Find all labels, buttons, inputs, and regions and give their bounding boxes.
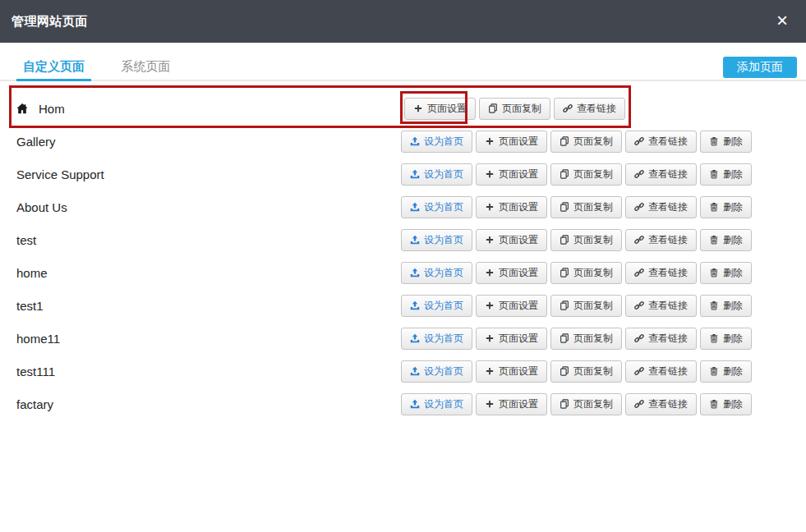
set-home-button[interactable]: 设为首页 — [401, 163, 472, 186]
delete-button[interactable]: 删除 — [700, 360, 752, 383]
page-copy-button[interactable]: 页面复制 — [550, 131, 622, 153]
page-settings-button[interactable]: 页面设置 — [476, 196, 547, 218]
button-label: 页面设置 — [499, 200, 538, 214]
upload-icon — [410, 366, 420, 376]
page-row-name: test1 — [0, 299, 44, 313]
upload-icon — [410, 399, 420, 409]
page-copy-button[interactable]: 页面复制 — [550, 229, 622, 251]
link-icon — [634, 202, 644, 212]
button-label: 删除 — [723, 233, 743, 247]
copy-icon — [560, 202, 569, 212]
page-row-actions: 设为首页页面设置页面复制查看链接删除 — [401, 190, 752, 223]
page-row: test 设为首页页面设置页面复制查看链接删除 — [0, 223, 806, 256]
upload-icon — [410, 300, 420, 310]
page-copy-button[interactable]: 页面复制 — [550, 295, 622, 317]
add-page-button[interactable]: 添加页面 — [723, 57, 797, 78]
page-settings-button[interactable]: 页面设置 — [476, 229, 547, 251]
page-row-name: test — [0, 233, 36, 247]
page-name: test1 — [16, 299, 44, 313]
delete-button[interactable]: 删除 — [700, 229, 752, 251]
page-settings-button[interactable]: 页面设置 — [476, 295, 547, 317]
page-row-actions: 设为首页页面设置页面复制查看链接删除 — [401, 158, 752, 190]
copy-icon — [560, 136, 569, 146]
view-link-button[interactable]: 查看链接 — [625, 163, 697, 186]
trash-icon — [709, 268, 719, 277]
tab-custom-pages[interactable]: 自定义页面 — [16, 56, 91, 81]
page-row-name: factary — [0, 397, 53, 411]
tab-system-pages[interactable]: 系统页面 — [114, 56, 177, 81]
page-row: test1 设为首页页面设置页面复制查看链接删除 — [0, 289, 806, 322]
button-label: 设为首页 — [424, 299, 463, 313]
copy-icon — [560, 169, 569, 179]
page-row-actions: 设为首页页面设置页面复制查看链接删除 — [401, 256, 752, 289]
page-copy-button[interactable]: 页面复制 — [550, 196, 622, 218]
plus-icon — [485, 399, 495, 409]
delete-button[interactable]: 删除 — [700, 295, 752, 317]
copy-icon — [560, 366, 569, 376]
copy-icon — [488, 103, 498, 113]
view-link-button[interactable]: 查看链接 — [625, 328, 697, 350]
delete-button[interactable]: 删除 — [700, 196, 752, 218]
page-copy-button[interactable]: 页面复制 — [550, 328, 622, 350]
view-link-button[interactable]: 查看链接 — [625, 131, 697, 153]
button-label: 设为首页 — [424, 266, 463, 280]
page-settings-button[interactable]: 页面设置 — [476, 393, 547, 415]
page-row: factary 设为首页页面设置页面复制查看链接删除 — [0, 388, 806, 420]
link-icon — [634, 300, 644, 310]
button-label: 页面复制 — [573, 397, 613, 411]
button-label: 设为首页 — [424, 200, 463, 214]
plus-icon — [485, 268, 495, 277]
page-name: home11 — [16, 332, 60, 346]
page-settings-button[interactable]: 页面设置 — [404, 98, 476, 120]
page-settings-button[interactable]: 页面设置 — [476, 131, 547, 153]
delete-button[interactable]: 删除 — [700, 393, 752, 415]
link-icon — [634, 333, 644, 343]
page-copy-button[interactable]: 页面复制 — [479, 98, 550, 120]
page-copy-button[interactable]: 页面复制 — [550, 163, 622, 186]
trash-icon — [709, 235, 719, 245]
page-settings-button[interactable]: 页面设置 — [476, 360, 547, 383]
set-home-button[interactable]: 设为首页 — [401, 360, 472, 383]
view-link-button[interactable]: 查看链接 — [554, 98, 625, 120]
upload-icon — [410, 333, 420, 343]
delete-button[interactable]: 删除 — [700, 131, 752, 153]
view-link-button[interactable]: 查看链接 — [625, 229, 697, 251]
view-link-button[interactable]: 查看链接 — [625, 196, 697, 218]
page-settings-button[interactable]: 页面设置 — [476, 262, 547, 284]
link-icon — [634, 268, 644, 277]
set-home-button[interactable]: 设为首页 — [401, 229, 472, 251]
copy-icon — [560, 399, 569, 409]
set-home-button[interactable]: 设为首页 — [401, 262, 472, 284]
set-home-button[interactable]: 设为首页 — [401, 328, 472, 350]
delete-button[interactable]: 删除 — [700, 328, 752, 350]
plus-icon — [485, 333, 495, 343]
delete-button[interactable]: 删除 — [700, 163, 752, 186]
page-row-actions: 设为首页页面设置页面复制查看链接删除 — [401, 223, 752, 256]
page-copy-button[interactable]: 页面复制 — [550, 393, 622, 415]
page-copy-button[interactable]: 页面复制 — [550, 262, 622, 284]
copy-icon — [560, 300, 569, 310]
upload-icon — [410, 202, 420, 212]
page-row: Service Support 设为首页页面设置页面复制查看链接删除 — [0, 158, 806, 190]
view-link-button[interactable]: 查看链接 — [625, 360, 697, 383]
delete-button[interactable]: 删除 — [700, 262, 752, 284]
set-home-button[interactable]: 设为首页 — [401, 295, 472, 317]
button-label: 页面复制 — [573, 167, 613, 181]
close-icon[interactable]: × — [771, 0, 793, 43]
page-row: test111 设为首页页面设置页面复制查看链接删除 — [0, 355, 806, 388]
button-label: 设为首页 — [424, 332, 463, 346]
button-label: 页面设置 — [499, 266, 538, 280]
view-link-button[interactable]: 查看链接 — [625, 295, 697, 317]
page-copy-button[interactable]: 页面复制 — [550, 360, 622, 383]
set-home-button[interactable]: 设为首页 — [401, 196, 472, 218]
set-home-button[interactable]: 设为首页 — [401, 393, 472, 415]
view-link-button[interactable]: 查看链接 — [625, 262, 697, 284]
upload-icon — [410, 235, 420, 245]
set-home-button[interactable]: 设为首页 — [401, 131, 472, 153]
page-settings-button[interactable]: 页面设置 — [476, 328, 547, 350]
modal-title: 管理网站页面 — [12, 0, 88, 43]
copy-icon — [560, 235, 569, 245]
view-link-button[interactable]: 查看链接 — [625, 393, 697, 415]
page-settings-button[interactable]: 页面设置 — [476, 163, 547, 186]
page-row-name: Service Support — [0, 167, 104, 181]
